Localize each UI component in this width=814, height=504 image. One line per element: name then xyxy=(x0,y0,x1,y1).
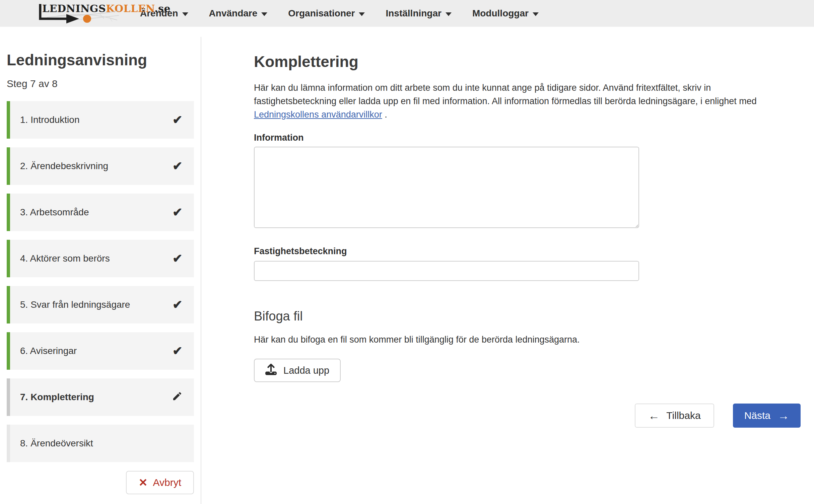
step-item-arendebeskrivning[interactable]: 2. Ärendebeskrivning ✔ xyxy=(7,147,194,185)
step-indicator: Steg 7 av 8 xyxy=(7,78,194,90)
anvandarvillkor-link[interactable]: Ledningskollens användarvillkor xyxy=(254,110,382,120)
fastighetsbeteckning-input[interactable] xyxy=(254,261,639,281)
back-button[interactable]: ← Tillbaka xyxy=(635,404,714,428)
check-icon: ✔ xyxy=(173,159,183,173)
logo-arrow-icon xyxy=(37,1,121,26)
check-icon: ✔ xyxy=(173,344,183,358)
next-button[interactable]: Nästa → xyxy=(733,404,801,428)
attach-section-title: Bifoga fil xyxy=(254,308,801,324)
step-list: 1. Introduktion ✔ 2. Ärendebeskrivning ✔… xyxy=(7,101,194,462)
menu-anvandare[interactable]: Användare xyxy=(209,8,268,19)
page-title: Komplettering xyxy=(254,52,801,71)
upload-button[interactable]: Ladda upp xyxy=(254,359,341,382)
intro-paragraph: Här kan du lämna information om ditt arb… xyxy=(254,81,783,121)
close-icon: ✕ xyxy=(139,476,148,489)
pencil-icon xyxy=(172,391,183,404)
step-item-aktorer[interactable]: 4. Aktörer som berörs ✔ xyxy=(7,240,194,277)
check-icon: ✔ xyxy=(173,113,183,127)
chevron-down-icon xyxy=(182,12,188,16)
menu-modulloggar[interactable]: Modulloggar xyxy=(472,8,539,19)
chevron-down-icon xyxy=(261,12,267,16)
top-navbar: LEDNINGSKOLLEN.se Ärenden Användare Orga… xyxy=(0,0,814,27)
check-icon: ✔ xyxy=(173,251,183,266)
information-label: Information xyxy=(254,132,801,143)
ledningskollen-logo[interactable]: LEDNINGSKOLLEN.se xyxy=(20,0,121,27)
chevron-down-icon xyxy=(533,12,539,16)
wizard-footer: ← Tillbaka Nästa → xyxy=(254,404,801,428)
upload-icon xyxy=(265,364,277,377)
wizard-title: Ledningsanvisning xyxy=(7,51,194,69)
arrow-right-icon: → xyxy=(778,410,789,421)
cancel-button[interactable]: ✕ Avbryt xyxy=(126,471,194,494)
step-item-aviseringar[interactable]: 6. Aviseringar ✔ xyxy=(7,332,194,370)
check-icon: ✔ xyxy=(173,205,183,219)
main-content: Komplettering Här kan du lämna informati… xyxy=(201,27,814,504)
fastighetsbeteckning-label: Fastighetsbeteckning xyxy=(254,245,801,257)
attach-description: Här kan du bifoga en fil som kommer bli … xyxy=(254,333,801,346)
information-textarea[interactable] xyxy=(254,147,639,228)
chevron-down-icon xyxy=(446,12,452,16)
step-item-arbetsomrade[interactable]: 3. Arbetsområde ✔ xyxy=(7,194,194,231)
menu-installningar[interactable]: Inställningar xyxy=(386,8,451,19)
main-menu: Ärenden Användare Organisationer Inställ… xyxy=(140,8,539,19)
arrow-left-icon: ← xyxy=(648,410,660,421)
chevron-down-icon xyxy=(359,12,365,16)
step-item-introduktion[interactable]: 1. Introduktion ✔ xyxy=(7,101,194,139)
wizard-sidebar: Ledningsanvisning Steg 7 av 8 1. Introdu… xyxy=(0,27,201,504)
step-item-arendeoversikt[interactable]: 8. Ärendeöversikt xyxy=(7,425,194,462)
step-item-komplettering[interactable]: 7. Komplettering xyxy=(7,378,194,416)
menu-organisationer[interactable]: Organisationer xyxy=(288,8,365,19)
step-item-svar[interactable]: 5. Svar från ledningsägare ✔ xyxy=(7,286,194,323)
check-icon: ✔ xyxy=(173,298,183,312)
